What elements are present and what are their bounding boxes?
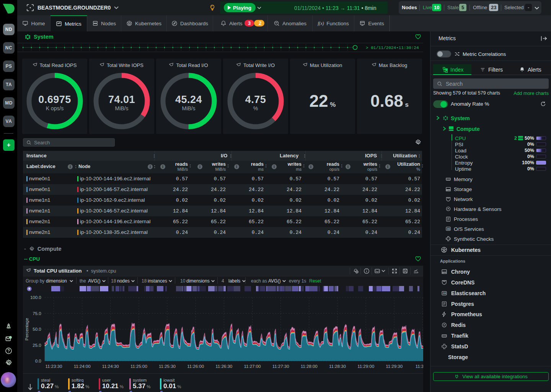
- svg-text:> 01/11/2024•11:30:24: > 01/11/2024•11:30:24: [366, 46, 419, 50]
- svg-text:11:24:30: 11:24:30: [102, 364, 119, 369]
- svg-text:11:25:30: 11:25:30: [159, 364, 176, 369]
- svg-text:100.0: 100.0: [30, 295, 41, 300]
- svg-text:OS: OS: [443, 292, 446, 294]
- svg-text:11:24:00: 11:24:00: [74, 364, 91, 369]
- svg-text:11:27:00: 11:27:00: [244, 364, 261, 369]
- svg-text:75.0: 75.0: [33, 311, 41, 316]
- svg-text:11:26:30: 11:26:30: [215, 364, 232, 369]
- svg-text:11:23:30: 11:23:30: [45, 364, 62, 369]
- svg-text:50.0: 50.0: [33, 327, 41, 332]
- svg-text:11:25:00: 11:25:00: [130, 364, 147, 369]
- svg-text:11:26:00: 11:26:00: [187, 364, 204, 369]
- svg-text:11:28:00: 11:28:00: [301, 364, 318, 369]
- svg-text:11:27:30: 11:27:30: [272, 364, 289, 369]
- svg-text:OS: OS: [447, 228, 450, 230]
- svg-text:11:29:30: 11:29:30: [386, 364, 403, 369]
- svg-text:11:29:00: 11:29:00: [357, 364, 374, 369]
- svg-text:11:30:0: 11:30:0: [416, 364, 423, 369]
- svg-text:0.0: 0.0: [35, 359, 41, 363]
- svg-text:25.0: 25.0: [33, 343, 41, 348]
- svg-text:Percentage: Percentage: [24, 318, 29, 341]
- svg-text:11:28:30: 11:28:30: [329, 364, 346, 369]
